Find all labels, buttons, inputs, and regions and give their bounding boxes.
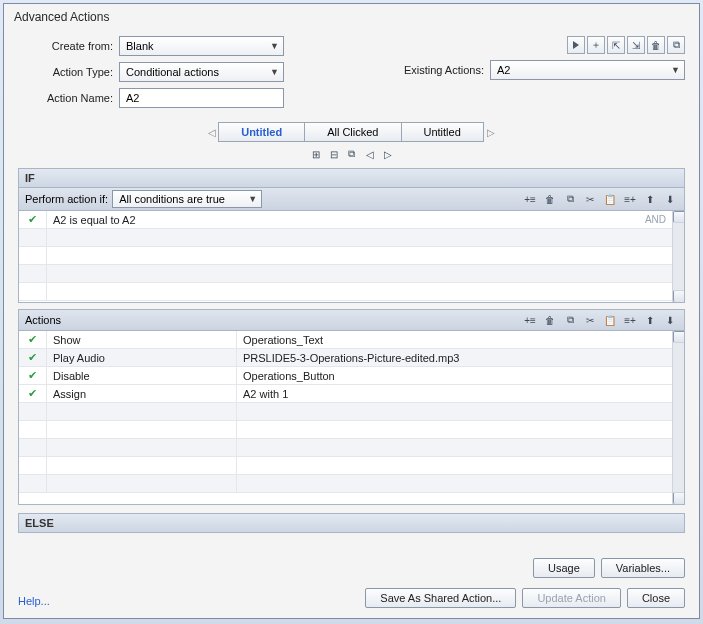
empty-row [19,247,684,265]
row-delete-icon[interactable]: 🗑 [542,191,558,207]
action-name: Show [47,331,237,348]
row-add-icon[interactable]: +≡ [522,312,538,328]
if-subheader: Perform action if: All conditions are tr… [18,188,685,211]
check-icon: ✔ [19,331,47,348]
chevron-down-icon: ▼ [248,194,257,204]
actions-header: Actions [25,314,61,326]
duplicate-icon[interactable]: ⧉ [667,36,685,54]
existing-actions-dropdown[interactable]: A2 ▼ [490,60,685,80]
empty-row [19,475,684,493]
action-type-dropdown[interactable]: Conditional actions ▼ [119,62,284,82]
dialog-title: Advanced Actions [4,4,699,30]
condition-text: A2 is equal to A2 [47,214,645,226]
tab-add-icon[interactable]: ⊞ [308,146,324,162]
row-insert-icon[interactable]: ≡+ [622,191,638,207]
close-button[interactable]: Close [627,588,685,608]
action-name: Disable [47,367,237,384]
action-target: PRSLIDE5-3-Operations-Picture-edited.mp3 [237,352,684,364]
chevron-down-icon: ▼ [270,41,279,51]
create-from-dropdown[interactable]: Blank ▼ [119,36,284,56]
empty-row [19,457,684,475]
and-label: AND [645,214,666,225]
row-down-icon[interactable]: ⬇ [662,312,678,328]
perform-value: All conditions are true [119,193,225,205]
row-add-icon[interactable]: +≡ [522,191,538,207]
action-row[interactable]: ✔ Assign A2 with 1 [19,385,684,403]
row-insert-icon[interactable]: ≡+ [622,312,638,328]
advanced-actions-dialog: Advanced Actions Create from: Blank ▼ Ac… [3,3,700,619]
tab-remove-icon[interactable]: ⊟ [326,146,342,162]
action-type-label: Action Type: [18,66,113,78]
row-paste-icon[interactable]: 📋 [602,312,618,328]
tab-left-icon[interactable]: ◁ [362,146,378,162]
usage-button[interactable]: Usage [533,558,595,578]
row-up-icon[interactable]: ⬆ [642,312,658,328]
help-link[interactable]: Help... [18,595,50,607]
else-header: ELSE [18,513,685,533]
scrollbar[interactable]: ▴▾ [672,211,684,302]
row-copy-icon[interactable]: ⧉ [562,312,578,328]
tab-untitled-1[interactable]: Untitled [218,122,305,142]
create-from-value: Blank [126,40,154,52]
if-grid: ✔ A2 is equal to A2 AND ▴▾ [18,211,685,303]
variables-button[interactable]: Variables... [601,558,685,578]
check-icon: ✔ [19,349,47,366]
action-target: Operations_Button [237,370,684,382]
tab-copy-icon[interactable]: ⧉ [344,146,360,162]
perform-condition-dropdown[interactable]: All conditions are true ▼ [112,190,262,208]
add-icon[interactable]: ＋ [587,36,605,54]
empty-row [19,265,684,283]
action-name: Assign [47,385,237,402]
row-down-icon[interactable]: ⬇ [662,191,678,207]
empty-row [19,421,684,439]
delete-icon[interactable]: 🗑 [647,36,665,54]
action-row[interactable]: ✔ Play Audio PRSLIDE5-3-Operations-Pictu… [19,349,684,367]
action-target: Operations_Text [237,334,684,346]
row-copy-icon[interactable]: ⧉ [562,191,578,207]
action-row[interactable]: ✔ Disable Operations_Button [19,367,684,385]
tab-right-icon[interactable]: ▷ [380,146,396,162]
action-name-label: Action Name: [18,92,113,104]
play-icon[interactable] [567,36,585,54]
chevron-down-icon: ▼ [270,67,279,77]
check-icon: ✔ [19,385,47,402]
empty-row [19,229,684,247]
row-up-icon[interactable]: ⬆ [642,191,658,207]
folder-import-icon[interactable]: ⇱ [607,36,625,54]
scrollbar[interactable]: ▴▾ [672,331,684,504]
perform-label: Perform action if: [25,193,108,205]
check-icon: ✔ [19,367,47,384]
row-delete-icon[interactable]: 🗑 [542,312,558,328]
tab-all-clicked[interactable]: All Clicked [304,122,401,142]
update-action-button[interactable]: Update Action [522,588,621,608]
row-cut-icon[interactable]: ✂ [582,312,598,328]
empty-row [19,283,684,301]
condition-row[interactable]: ✔ A2 is equal to A2 AND [19,211,684,229]
action-target: A2 with 1 [237,388,684,400]
action-type-value: Conditional actions [126,66,219,78]
actions-header-bar: Actions +≡ 🗑 ⧉ ✂ 📋 ≡+ ⬆ ⬇ [18,309,685,331]
row-paste-icon[interactable]: 📋 [602,191,618,207]
folder-export-icon[interactable]: ⇲ [627,36,645,54]
action-name-input[interactable] [119,88,284,108]
create-from-label: Create from: [18,40,113,52]
existing-actions-value: A2 [497,64,510,76]
save-shared-button[interactable]: Save As Shared Action... [365,588,516,608]
actions-grid: ✔ Show Operations_Text ✔ Play Audio PRSL… [18,331,685,505]
tabs-prev-icon[interactable]: ◁ [205,125,219,139]
tab-untitled-2[interactable]: Untitled [401,122,484,142]
empty-row [19,439,684,457]
action-name: Play Audio [47,349,237,366]
if-header: IF [18,168,685,188]
existing-actions-label: Existing Actions: [404,64,484,76]
empty-row [19,403,684,421]
tabs-next-icon[interactable]: ▷ [484,125,498,139]
check-icon: ✔ [19,211,47,228]
action-row[interactable]: ✔ Show Operations_Text [19,331,684,349]
chevron-down-icon: ▼ [671,65,680,75]
row-cut-icon[interactable]: ✂ [582,191,598,207]
